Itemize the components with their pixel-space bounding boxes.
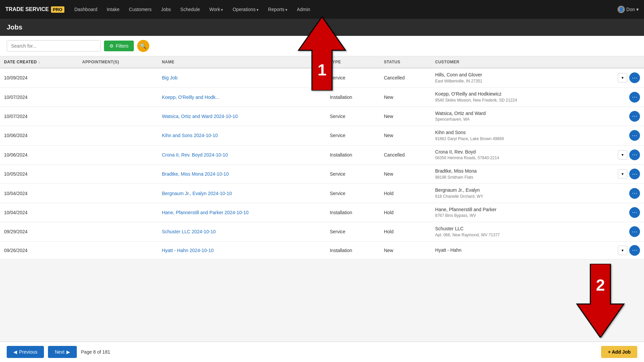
cell-type: Service <box>326 184 380 203</box>
job-name-link[interactable]: Bergnaum Jr., Evalyn 2024-10-10 <box>162 191 232 196</box>
cell-appointments <box>78 184 158 203</box>
row-more-button[interactable]: ⋯ <box>629 169 640 179</box>
cell-actions: ⋯ <box>590 87 644 107</box>
table-row: 10/06/2024 Crona II, Rev. Boyd 2024-10-1… <box>0 145 644 164</box>
row-chevron-button[interactable]: ▾ <box>618 169 627 179</box>
cell-status: Hold <box>380 184 431 203</box>
cell-customer: Watsica, Ortiz and Ward Spencerhaven, WA <box>431 107 590 126</box>
col-date-created[interactable]: DATE CREATED <box>0 56 78 68</box>
navbar: TRADE SERVICE PRO Dashboard Intake Custo… <box>0 0 644 19</box>
brand: TRADE SERVICE PRO <box>5 6 64 13</box>
job-name-link[interactable]: Schuster LLC 2024-10-10 <box>162 229 216 234</box>
row-more-button[interactable]: ⋯ <box>629 188 640 199</box>
row-chevron-button[interactable]: ▾ <box>618 246 627 255</box>
cell-date: 09/29/2024 <box>0 222 78 241</box>
row-more-button[interactable]: ⋯ <box>629 226 640 237</box>
cell-appointments <box>78 203 158 222</box>
job-name-link[interactable]: Hyatt - Hahn 2024-10-10 <box>162 248 214 253</box>
col-appointments: APPOINTMENT(S) <box>78 56 158 68</box>
cell-date: 09/26/2024 <box>0 241 78 259</box>
cell-type: Service <box>326 107 380 126</box>
cell-type: Service <box>326 126 380 145</box>
brand-badge: PRO <box>51 6 64 13</box>
cell-customer: Bradtke, Miss Mona 98198 Smitham Flats <box>431 164 590 183</box>
nav-user[interactable]: 👤 Don ▾ <box>618 6 639 13</box>
cell-date: 10/04/2024 <box>0 184 78 203</box>
cell-name: Bergnaum Jr., Evalyn 2024-10-10 <box>158 184 326 203</box>
cell-appointments <box>78 164 158 183</box>
cell-customer: Koepp, O'Reilly and Hodkiewicz 9540 Skil… <box>431 87 590 107</box>
cell-appointments <box>78 68 158 87</box>
cell-actions: ⋯ <box>590 126 644 145</box>
nav-admin[interactable]: Admin <box>293 5 314 14</box>
cell-appointments <box>78 241 158 259</box>
cell-date: 10/04/2024 <box>0 203 78 222</box>
row-chevron-button[interactable]: ▾ <box>618 73 627 82</box>
row-more-button[interactable]: ⋯ <box>629 92 640 103</box>
user-avatar-icon: 👤 <box>618 6 625 13</box>
cell-appointments <box>78 222 158 241</box>
job-name-link[interactable]: Big Job <box>162 75 178 80</box>
cell-name: Schuster LLC 2024-10-10 <box>158 222 326 241</box>
cell-status: Cancelled <box>380 145 431 164</box>
cell-status: Cancelled <box>380 68 431 87</box>
filter-icon: ⚙ <box>109 43 114 49</box>
job-name-link[interactable]: Watsica, Ortiz and Ward 2024-10-10 <box>162 114 238 119</box>
table-row: 09/29/2024 Schuster LLC 2024-10-10 Servi… <box>0 222 644 241</box>
jobs-table: DATE CREATED APPOINTMENT(S) NAME TYPE ST… <box>0 56 644 259</box>
cell-name: Koepp, O'Reilly and Hodk... <box>158 87 326 107</box>
col-type: TYPE <box>326 56 380 68</box>
cell-customer: Hane, Pfannerstill and Parker 8767 Bins … <box>431 203 590 222</box>
table-row: 10/07/2024 Koepp, O'Reilly and Hodk... I… <box>0 87 644 107</box>
row-chevron-button[interactable]: ▾ <box>618 150 627 160</box>
job-name-link[interactable]: Crona II, Rev. Boyd 2024-10-10 <box>162 152 228 158</box>
cell-type: Service <box>326 222 380 241</box>
nav-user-chevron-icon: ▾ <box>636 7 639 12</box>
cell-name: Crona II, Rev. Boyd 2024-10-10 <box>158 145 326 164</box>
cell-customer: Hyatt - Hahn <box>431 241 590 259</box>
col-status: STATUS <box>380 56 431 68</box>
cell-type: Installation <box>326 145 380 164</box>
job-name-link[interactable]: Hane, Pfannerstill and Parker 2024-10-10 <box>162 210 249 215</box>
job-name-link[interactable]: Bradtke, Miss Mona 2024-10-10 <box>162 171 229 177</box>
table-row: 10/07/2024 Watsica, Ortiz and Ward 2024-… <box>0 107 644 126</box>
cell-name: Watsica, Ortiz and Ward 2024-10-10 <box>158 107 326 126</box>
nav-schedule[interactable]: Schedule <box>177 5 203 14</box>
table-row: 10/06/2024 Kihn and Sons 2024-10-10 Serv… <box>0 126 644 145</box>
search-input[interactable] <box>7 40 101 52</box>
cell-actions: ⋯ <box>590 203 644 222</box>
cell-type: Service <box>326 164 380 183</box>
toolbar: ⚙ Filters 🔍 <box>0 36 644 56</box>
nav-jobs[interactable]: Jobs <box>158 5 174 14</box>
search-icon: 🔍 <box>140 43 147 49</box>
row-more-button[interactable]: ⋯ <box>629 130 640 141</box>
cell-status: Hold <box>380 203 431 222</box>
cell-actions: ▾ ⋯ <box>590 145 644 164</box>
row-more-button[interactable]: ⋯ <box>629 149 640 160</box>
filters-label: Filters <box>116 43 128 49</box>
row-more-button[interactable]: ⋯ <box>629 111 640 122</box>
nav-operations[interactable]: Operations <box>229 5 262 14</box>
col-customer: CUSTOMER <box>431 56 590 68</box>
cell-date: 10/09/2024 <box>0 68 78 87</box>
search-button[interactable]: 🔍 <box>137 40 149 52</box>
table-row: 10/05/2024 Bradtke, Miss Mona 2024-10-10… <box>0 164 644 183</box>
cell-name: Kihn and Sons 2024-10-10 <box>158 126 326 145</box>
row-more-button[interactable]: ⋯ <box>629 207 640 218</box>
nav-dashboard[interactable]: Dashboard <box>71 5 101 14</box>
job-name-link[interactable]: Kihn and Sons 2024-10-10 <box>162 133 218 138</box>
nav-intake[interactable]: Intake <box>103 5 123 14</box>
row-more-button[interactable]: ⋯ <box>629 72 640 83</box>
nav-customers[interactable]: Customers <box>125 5 155 14</box>
nav-work[interactable]: Work <box>206 5 226 14</box>
cell-type: Installation <box>326 203 380 222</box>
row-more-button[interactable]: ⋯ <box>629 245 640 256</box>
cell-status: New <box>380 126 431 145</box>
jobs-table-container: DATE CREATED APPOINTMENT(S) NAME TYPE ST… <box>0 56 644 259</box>
nav-reports[interactable]: Reports <box>265 5 291 14</box>
filters-button[interactable]: ⚙ Filters <box>104 41 134 51</box>
cell-name: Big Job <box>158 68 326 87</box>
brand-text: TRADE SERVICE <box>5 6 49 12</box>
job-name-link[interactable]: Koepp, O'Reilly and Hodk... <box>162 95 220 100</box>
cell-appointments <box>78 107 158 126</box>
